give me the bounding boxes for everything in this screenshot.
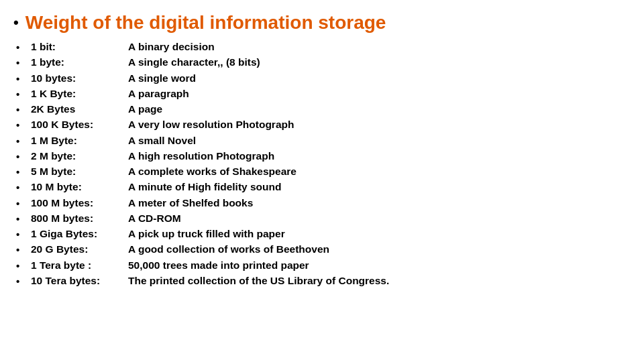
desc-label: A good collection of works of Beethoven [128,243,329,257]
desc-label: A very low resolution Photograph [128,118,294,132]
desc-label: A page [128,103,162,117]
list-bullet: • [16,56,28,70]
desc-label: A binary decision [128,40,215,54]
size-label: 10 bytes: [31,72,128,86]
list-bullet: • [16,41,28,54]
desc-label: A high resolution Photograph [128,149,274,164]
size-label: 1 Giga Bytes: [31,227,128,241]
size-label: 1 M Byte: [31,134,128,148]
desc-label: A CD-ROM [128,212,181,226]
desc-label: A pick up truck filled with paper [128,227,285,241]
items-list: •1 bit:A binary decision•1 byte:A single… [13,40,631,288]
list-bullet: • [16,259,28,273]
list-item: •1 Giga Bytes:A pick up truck filled wit… [16,227,631,241]
list-item: •1 M Byte:A small Novel [16,134,631,148]
desc-label: A single word [128,72,196,86]
list-item: •1 K Byte:A paragraph [16,87,631,101]
list-item: •1 bit:A binary decision [16,40,631,54]
size-label: 100 M bytes: [31,196,128,210]
list-item: •10 bytes:A single word [16,72,631,86]
list-item: •100 K Bytes:A very low resolution Photo… [16,118,631,132]
size-label: 800 M bytes: [31,212,128,226]
desc-label: A minute of High fidelity sound [128,180,281,194]
list-bullet: • [16,166,28,179]
desc-label: The printed collection of the US Library… [128,274,389,288]
desc-label: A small Novel [128,134,196,148]
list-bullet: • [16,213,28,226]
list-bullet: • [16,197,28,210]
list-bullet: • [16,275,28,288]
list-bullet: • [16,88,28,101]
size-label: 5 M byte: [31,165,128,179]
desc-label: A single character,, (8 bits) [128,56,260,70]
desc-label: A meter of Shelfed books [128,196,253,210]
list-bullet: • [16,135,28,148]
list-item: •2K BytesA page [16,103,631,117]
size-label: 100 K Bytes: [31,118,128,132]
size-label: 20 G Bytes: [31,243,128,257]
list-bullet: • [16,228,28,241]
desc-label: A complete works of Shakespeare [128,165,297,179]
desc-label: A paragraph [128,87,189,101]
list-item: •1 Tera byte : 50,000 trees made into pr… [16,259,631,273]
size-label: 2 M byte: [31,149,128,164]
list-bullet: • [16,243,28,257]
list-bullet: • [16,181,28,194]
list-item: •5 M byte:A complete works of Shakespear… [16,165,631,179]
list-bullet: • [16,72,28,86]
size-label: 1 byte: [31,56,128,70]
size-label: 1 bit: [31,40,128,54]
list-bullet: • [16,119,28,132]
list-item: •20 G Bytes:A good collection of works o… [16,243,631,257]
list-item: •10 Tera bytes: The printed collection o… [16,274,631,288]
list-item: •1 byte:A single character,, (8 bits) [16,56,631,70]
desc-label: 50,000 trees made into printed paper [128,259,309,273]
list-item: •2 M byte:A high resolution Photograph [16,149,631,164]
list-bullet: • [16,103,28,117]
size-label: 1 K Byte: [31,87,128,101]
size-label: 10 M byte: [31,180,128,194]
list-bullet: • [16,150,28,164]
size-label: 1 Tera byte : [31,259,128,273]
page-title: Weight of the digital information storag… [25,12,386,34]
title-bullet: • [13,15,19,30]
title-row: • Weight of the digital information stor… [13,12,631,34]
list-item: •10 M byte:A minute of High fidelity sou… [16,180,631,194]
size-label: 2K Bytes [31,103,128,117]
size-label: 10 Tera bytes: [31,274,128,288]
list-item: •800 M bytes:A CD-ROM [16,212,631,226]
list-item: •100 M bytes:A meter of Shelfed books [16,196,631,210]
